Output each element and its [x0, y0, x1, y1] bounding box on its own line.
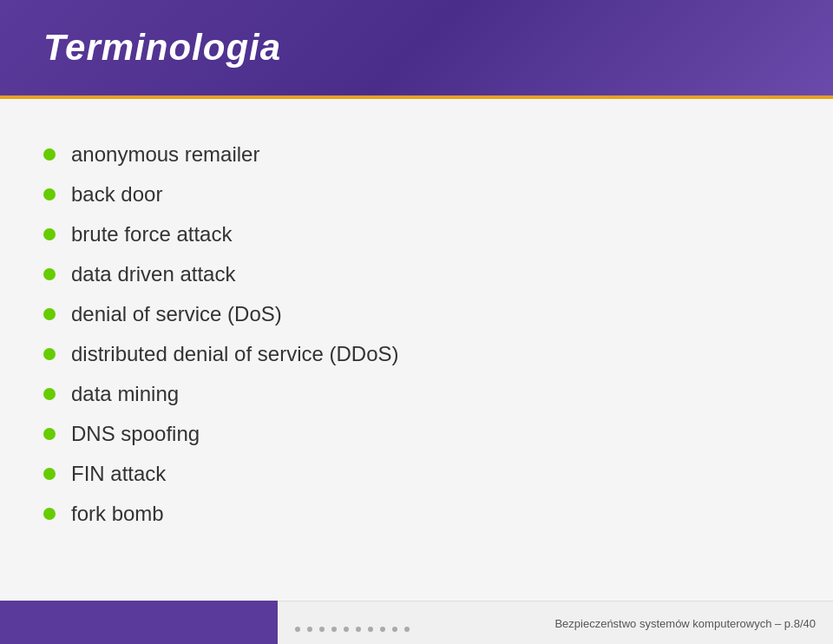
list-item: DNS spoofing	[43, 422, 790, 446]
slide-title: Terminologia	[43, 27, 281, 69]
footer-dot	[307, 627, 312, 632]
list-item: denial of service (DoS)	[43, 302, 790, 326]
footer-dot	[380, 627, 385, 632]
footer-page-info: Bezpieczeństwo systemów komputerowych – …	[554, 617, 816, 630]
list-item-text: distributed denial of service (DDoS)	[71, 342, 399, 366]
footer-dot	[356, 627, 361, 632]
footer-dot	[331, 627, 337, 632]
footer-purple-block	[0, 601, 278, 644]
list-item: data mining	[43, 382, 790, 406]
slide-content: anonymous remailerback doorbrute force a…	[0, 99, 833, 601]
list-item-text: back door	[71, 182, 162, 207]
list-item: distributed denial of service (DDoS)	[43, 342, 790, 366]
list-item-text: anonymous remailer	[71, 142, 259, 167]
list-item-text: DNS spoofing	[71, 422, 200, 446]
list-item: data driven attack	[43, 262, 790, 286]
list-item-text: data mining	[71, 382, 179, 406]
bullet-icon	[43, 508, 56, 520]
bullet-icon	[43, 428, 56, 440]
list-item-text: FIN attack	[71, 462, 166, 486]
footer-dot	[404, 627, 410, 632]
list-item-text: fork bomb	[71, 502, 164, 526]
bullet-icon	[43, 308, 56, 320]
list-item-text: brute force attack	[71, 222, 232, 246]
list-item: brute force attack	[43, 222, 790, 246]
footer-dot	[295, 627, 300, 632]
footer-dot	[392, 627, 397, 632]
footer-dot	[319, 627, 325, 632]
list-item: fork bomb	[43, 502, 790, 526]
terminology-list: anonymous remailerback doorbrute force a…	[43, 142, 790, 526]
bullet-icon	[43, 228, 56, 240]
list-item: FIN attack	[43, 462, 790, 486]
bullet-icon	[43, 268, 56, 280]
footer-dot	[344, 627, 349, 632]
slide-footer: Bezpieczeństwo systemów komputerowych – …	[0, 601, 833, 644]
bullet-icon	[43, 348, 56, 360]
bullet-icon	[43, 148, 56, 161]
bullet-icon	[43, 388, 56, 400]
bullet-icon	[43, 188, 56, 200]
list-item-text: data driven attack	[71, 262, 235, 286]
bullet-icon	[43, 468, 56, 480]
footer-dot	[368, 627, 373, 632]
list-item: anonymous remailer	[43, 142, 790, 167]
list-item-text: denial of service (DoS)	[71, 302, 282, 326]
list-item: back door	[43, 182, 790, 207]
slide-header: Terminologia	[0, 0, 833, 95]
footer-dots	[295, 627, 410, 632]
